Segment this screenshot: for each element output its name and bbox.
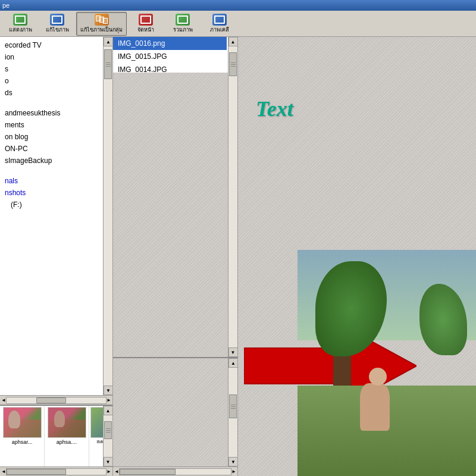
print-label: ภาพเคลื [210,26,229,34]
title-text: pe [2,2,10,9]
combine-label: รวมภาพ [173,26,193,34]
toolbar-btn-combine[interactable]: รวมภาพ [165,12,201,36]
tree-item-imagebackup[interactable]: sImageBackup [0,155,102,167]
ml-grip [231,405,236,409]
grip-line [231,406,236,407]
file-list-track [228,46,237,347]
tree-item-on-pc[interactable]: ON-PC [0,143,102,155]
bottom-h-scrollbar[interactable]: ◄ ► [0,466,112,476]
left-bottom-content: aphsar... aphsa.... IMG_0 [0,406,112,466]
thumbnail-item-3[interactable]: IMG_0 [89,406,103,466]
file-list-scroll-up[interactable]: ▲ [228,37,238,46]
tree-item-nals[interactable]: nals [0,175,102,187]
scroll-up-btn[interactable]: ▲ [104,37,112,46]
grip-line [231,405,236,405]
bottom-scroll-thumb[interactable] [104,421,112,439]
file-tree: ecorded TV ion s o ds andmeesukthesis me… [0,37,112,213]
tree-item-ds[interactable]: ds [0,87,102,99]
bottom-scroll-up[interactable]: ▲ [104,406,113,415]
ml-scroll-track [228,368,237,457]
bottom-h-left[interactable]: ◄ [1,469,6,474]
ml-scroll-thumb[interactable] [229,394,237,418]
h-scroll-right-btn[interactable]: ► [107,397,111,403]
right-panel: Text [238,37,476,476]
tree-item-fn[interactable]: (F:) [0,199,102,211]
tree-item-s[interactable]: s [0,63,102,75]
middle-lower-scrollbar[interactable]: ▲ ▼ [228,358,237,466]
thumb-label-2: aphsa.... [46,439,87,445]
tree-item-nshots[interactable]: nshots [0,187,102,199]
ml-h-left[interactable]: ◄ [114,469,119,474]
left-panel: ▲ ▼ ecorded TV ion s o ds [0,37,113,476]
bottom-v-scrollbar[interactable]: ▲ ▼ [103,406,112,466]
scroll-thumb[interactable] [104,49,112,79]
file-list-empty-area [113,73,228,357]
show-image-icon [13,14,27,26]
tree-spacer2 [0,167,102,175]
scroll-track [104,46,112,386]
file-list-scroll-down[interactable]: ▼ [228,347,238,357]
toolbar-btn-print[interactable]: ภาพเคลื [202,12,237,36]
thumbnail-list: aphsar... aphsa.... IMG_0 [0,406,103,466]
tree-item-andmeesukthesis[interactable]: andmeesukthesis [0,107,102,119]
file-list-thumb[interactable] [229,52,237,76]
ml-h-thumb[interactable] [120,469,176,475]
file-list-grip [231,62,236,67]
bottom-scroll-down[interactable]: ▼ [104,457,113,466]
left-tree-section: ▲ ▼ ecorded TV ion s o ds [0,37,112,395]
organize-icon [139,14,153,26]
file-list-scrollbar[interactable]: ▲ ▼ [228,37,237,357]
middle-lower-section: ▲ ▼ ◄ [113,357,237,476]
toolbar-btn-organize[interactable]: จัดหน้า [128,12,164,36]
show-image-label: แสดงภาพ [9,26,32,34]
preview-area: Text [238,37,476,476]
thumbnail-item-1[interactable]: aphsar... [0,406,45,466]
tree-item-recorded-tv[interactable]: ecorded TV [0,39,102,51]
ml-scroll-down[interactable]: ▼ [228,457,238,466]
organize-label: จัดหน้า [137,26,154,34]
edit-image-icon [50,14,64,26]
tree-item-on-blog[interactable]: on blog [0,131,102,143]
tree-item-ion[interactable]: ion [0,51,102,63]
grip-line [106,428,111,429]
middle-lower-content: ▲ ▼ [113,358,237,466]
grip-line [106,66,111,67]
grip-line [231,66,236,67]
tree-spacer [0,99,102,107]
bottom-h-right[interactable]: ► [107,469,111,474]
batch-edit-icon [95,14,109,26]
left-v-scrollbar[interactable]: ▲ ▼ [103,37,112,395]
scroll-down-btn[interactable]: ▼ [104,386,112,395]
ml-scroll-up[interactable]: ▲ [228,358,238,368]
thumb-grip [106,428,111,433]
grip-line [106,62,111,63]
left-thumbnails-section: aphsar... aphsa.... IMG_0 [0,405,112,476]
file-item-img0016[interactable]: IMG_0016.png [113,37,227,50]
preview-background: Text [238,37,476,476]
print-icon [212,14,227,26]
toolbar-btn-show-image[interactable]: แสดงภาพ [2,12,38,36]
ml-h-right[interactable]: ► [231,469,236,474]
grip-line [231,408,236,409]
thumbnail-item-2[interactable]: aphsa.... [45,406,89,466]
thumb-image-3 [90,407,103,438]
file-item-img0015[interactable]: IMG_0015.JPG [113,50,227,63]
grip-line [106,432,111,433]
thumb-image-2 [48,407,86,438]
tree-item-o[interactable]: o [0,75,102,87]
left-h-scrollbar[interactable]: ◄ ► [0,395,112,405]
tree-item-ments[interactable]: ments [0,119,102,131]
middle-lower-h-scrollbar[interactable]: ◄ ► [113,466,237,476]
toolbar-btn-edit-image[interactable]: แก้ไขภาพ [39,12,75,36]
bottom-scroll-track [104,415,112,457]
scroll-thumb-grip [106,62,111,67]
thumb-label-3: IMG_0 [90,439,103,444]
h-scroll-thumb[interactable] [36,397,66,403]
batch-edit-label: แก้ไขภาพเป็นกลุ่ม [80,26,123,34]
preview-photo [298,250,476,476]
bottom-h-thumb[interactable] [7,469,66,475]
toolbar-btn-batch-edit[interactable]: แก้ไขภาพเป็นกลุ่ม [76,12,127,36]
combine-icon [176,14,190,26]
h-scroll-left-btn[interactable]: ◄ [1,397,6,403]
file-list-content: ▲ ▼ IMG_0016.png IMG_0015.JPG IMG_0014.J… [113,37,237,357]
